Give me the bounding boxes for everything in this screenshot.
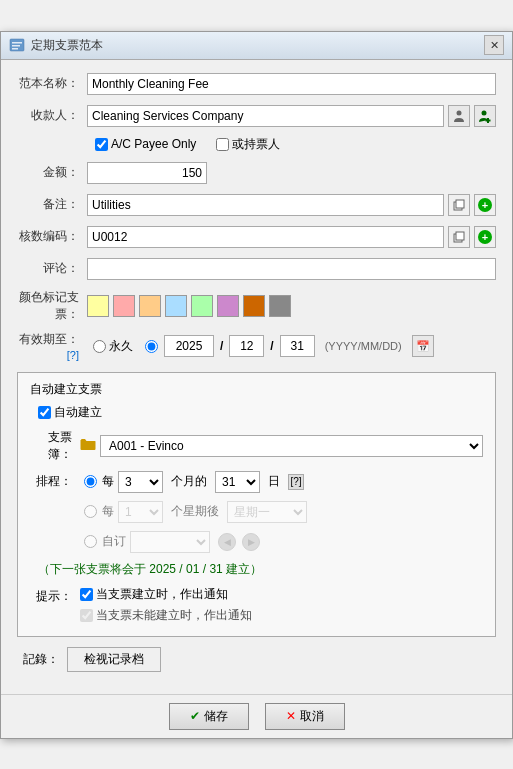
- monthly-radio[interactable]: [84, 475, 97, 488]
- custom-radio-label[interactable]: 自订: [84, 533, 126, 550]
- memo-input-group: +: [87, 194, 496, 216]
- custom-select[interactable]: [130, 531, 210, 553]
- weekday-select[interactable]: 星期一 星期二 星期三: [227, 501, 307, 523]
- color-label-row: 颜色标记支票：: [17, 289, 496, 323]
- view-log-button[interactable]: 检视记录档: [67, 647, 161, 672]
- payee-input-group: [87, 105, 496, 127]
- monthly-schedule-row: 排程： 每 3 1 2 6 个月的 31 1 15 28: [30, 471, 483, 493]
- schedule-label: 排程：: [30, 473, 80, 490]
- cancel-icon: ✕: [286, 709, 296, 723]
- color-label: 颜色标记支票：: [17, 289, 87, 323]
- svg-rect-3: [12, 48, 18, 50]
- ac-payee-row: A/C Payee Only 或持票人: [17, 136, 496, 153]
- color-swatch-6[interactable]: [243, 295, 265, 317]
- weekly-radio-label[interactable]: 每: [84, 503, 114, 520]
- auto-build-section: 自动建立支票 自动建立 支票簿： A001 - Evinco: [17, 372, 496, 637]
- ref-input[interactable]: [87, 226, 444, 248]
- date-radio-label[interactable]: [145, 340, 158, 353]
- expiry-year-input[interactable]: [164, 335, 214, 357]
- auto-build-checkbox[interactable]: [38, 406, 51, 419]
- memo-input[interactable]: [87, 194, 444, 216]
- bank-select[interactable]: A001 - Evinco: [100, 435, 483, 457]
- record-row: 記錄： 检视记录档: [17, 647, 496, 672]
- color-swatch-3[interactable]: [165, 295, 187, 317]
- payee-input[interactable]: [87, 105, 444, 127]
- ref-add-button[interactable]: +: [474, 226, 496, 248]
- comment-input[interactable]: [87, 258, 496, 280]
- person-add-icon: [478, 109, 492, 123]
- svg-point-5: [482, 110, 487, 115]
- amount-label: 金额：: [17, 164, 87, 181]
- color-swatch-4[interactable]: [191, 295, 213, 317]
- memo-add-button[interactable]: +: [474, 194, 496, 216]
- window-icon: [9, 37, 25, 53]
- permanent-radio[interactable]: [93, 340, 106, 353]
- svg-point-4: [457, 110, 462, 115]
- close-button[interactable]: ✕: [484, 35, 504, 55]
- monthly-label: 个月的: [171, 473, 207, 490]
- monthly-radio-label[interactable]: 每: [84, 473, 114, 490]
- save-label: 储存: [204, 708, 228, 725]
- expiry-day-input[interactable]: [280, 335, 315, 357]
- tip1-label[interactable]: 当支票建立时，作出通知: [80, 586, 252, 603]
- color-swatch-1[interactable]: [113, 295, 135, 317]
- weekly-label: 个星期後: [171, 503, 219, 520]
- main-window: 定期支票范本 ✕ 范本名称： 收款人：: [0, 31, 513, 739]
- bank-label: 支票簿：: [30, 429, 80, 463]
- weekly-schedule-row: 每 1 2 个星期後 星期一 星期二 星期三: [30, 501, 483, 523]
- custom-radio[interactable]: [84, 535, 97, 548]
- bottom-buttons: ✔ 储存 ✕ 取消: [1, 694, 512, 738]
- bearer-checkbox[interactable]: [216, 138, 229, 151]
- bank-select-group: A001 - Evinco: [80, 435, 483, 457]
- copy-icon: [453, 199, 465, 211]
- ac-payee-checkbox[interactable]: [95, 138, 108, 151]
- payee-add-button[interactable]: [474, 105, 496, 127]
- ref-copy-button[interactable]: [448, 226, 470, 248]
- custom-prev-button[interactable]: ◀: [218, 533, 236, 551]
- tip2-checkbox[interactable]: [80, 609, 93, 622]
- custom-schedule-row: 自订 ◀ ▶: [30, 531, 483, 553]
- custom-next-button[interactable]: ▶: [242, 533, 260, 551]
- color-swatch-5[interactable]: [217, 295, 239, 317]
- day-label: 日: [268, 473, 280, 490]
- bearer-checkbox-label[interactable]: 或持票人: [216, 136, 280, 153]
- memo-row: 备注： +: [17, 193, 496, 217]
- person-icon: [452, 109, 466, 123]
- expiry-help-link[interactable]: [?]: [67, 349, 79, 361]
- permanent-radio-label[interactable]: 永久: [93, 338, 133, 355]
- save-button[interactable]: ✔ 储存: [169, 703, 249, 730]
- expiry-month-input[interactable]: [229, 335, 264, 357]
- tip-label: 提示：: [30, 586, 80, 605]
- day-select[interactable]: 31 1 15 28: [215, 471, 260, 493]
- template-name-input[interactable]: [87, 73, 496, 95]
- date-sep-2: /: [270, 339, 273, 353]
- schedule-help-button[interactable]: [?]: [288, 474, 304, 490]
- ref-label: 核数编码：: [17, 228, 87, 245]
- month-count-select[interactable]: 3 1 2 6: [118, 471, 163, 493]
- auto-build-label[interactable]: 自动建立: [38, 404, 102, 421]
- tip2-label[interactable]: 当支票未能建立时，作出通知: [80, 607, 252, 624]
- comment-row: 评论：: [17, 257, 496, 281]
- amount-input[interactable]: [87, 162, 207, 184]
- tip1-checkbox[interactable]: [80, 588, 93, 601]
- payee-label: 收款人：: [17, 107, 87, 124]
- memo-copy-button[interactable]: [448, 194, 470, 216]
- color-swatch-0[interactable]: [87, 295, 109, 317]
- ref-row: 核数编码： +: [17, 225, 496, 249]
- week-count-select[interactable]: 1 2: [118, 501, 163, 523]
- copy2-icon: [453, 231, 465, 243]
- calendar-button[interactable]: 📅: [412, 335, 434, 357]
- folder-icon: [80, 437, 96, 451]
- weekly-radio[interactable]: [84, 505, 97, 518]
- auto-section-title: 自动建立支票: [30, 381, 483, 398]
- svg-rect-11: [456, 232, 464, 240]
- cancel-button[interactable]: ✕ 取消: [265, 703, 345, 730]
- title-text: 定期支票范本: [31, 37, 103, 54]
- payee-person-button[interactable]: [448, 105, 470, 127]
- ac-payee-checkbox-label[interactable]: A/C Payee Only: [95, 137, 196, 151]
- color-swatch-7[interactable]: [269, 295, 291, 317]
- color-swatch-2[interactable]: [139, 295, 161, 317]
- date-radio[interactable]: [145, 340, 158, 353]
- auto-build-row: 自动建立: [30, 404, 483, 421]
- ref-add-icon: +: [478, 230, 492, 244]
